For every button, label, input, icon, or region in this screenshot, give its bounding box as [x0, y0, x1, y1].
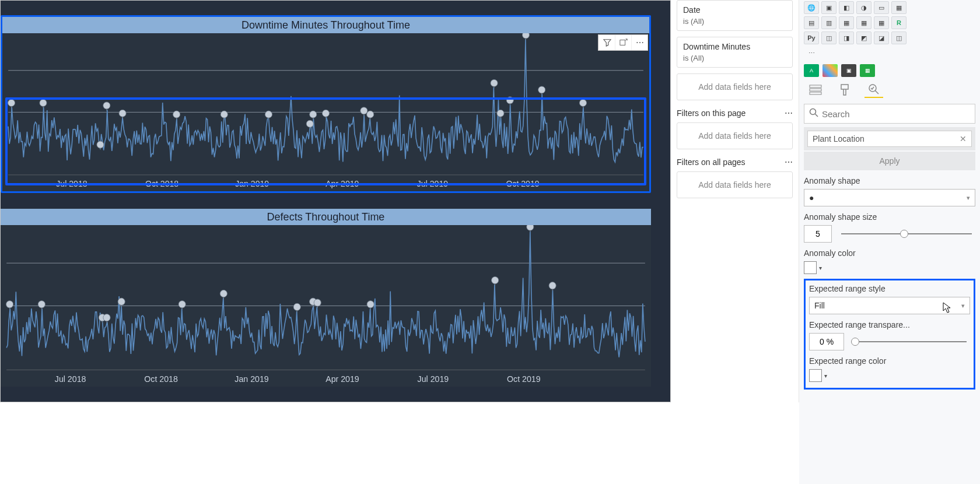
format-tab-icon[interactable] — [835, 82, 854, 98]
svg-point-16 — [491, 79, 498, 86]
filter-icon[interactable] — [598, 35, 615, 50]
anomaly-shape-select[interactable]: ● ▾ — [804, 189, 975, 206]
svg-rect-53 — [810, 89, 821, 91]
viz-slicer-icon[interactable]: ▥ — [821, 16, 836, 29]
svg-point-34 — [103, 314, 110, 321]
viz-table-icon[interactable]: ▦ — [839, 16, 854, 29]
svg-text:Oct 2019: Oct 2019 — [506, 179, 539, 188]
add-filter-visual[interactable]: Add data fields here — [677, 73, 793, 100]
viz-key-influencers-icon[interactable]: ◫ — [821, 31, 836, 44]
chevron-down-icon[interactable]: ▾ — [819, 265, 822, 271]
viz-decomp-tree-icon[interactable]: ◨ — [839, 31, 854, 44]
expected-transp-input[interactable]: 0 % — [809, 333, 844, 350]
viz-py-icon[interactable]: Py — [804, 31, 819, 44]
viz-kpi-icon[interactable]: ▤ — [804, 16, 819, 29]
viz-card-icon[interactable]: ▭ — [874, 1, 889, 14]
viz-matrix2-icon[interactable]: ▦ — [874, 16, 889, 29]
chart-body-defects[interactable]: Jul 2018Oct 2018Jan 2019Apr 2019Jul 2019… — [1, 225, 651, 387]
anomaly-color-label: Anomaly color — [804, 248, 975, 258]
viz-matrix-icon[interactable]: ▦ — [856, 16, 872, 29]
fields-tab-icon[interactable] — [806, 82, 825, 98]
filters-page-header: Filters on this page ⋯ — [677, 108, 793, 118]
viz-r-icon[interactable]: R — [891, 16, 907, 29]
filter-card-title: Downtime Minutes — [683, 42, 786, 51]
focus-mode-icon[interactable] — [615, 35, 631, 50]
anomaly-size-input[interactable]: 5 — [804, 225, 832, 243]
chart-title-downtime: Downtime Minutes Throughout Time — [2, 17, 649, 33]
filter-card-downtime[interactable]: Downtime Minutes is (All) — [677, 37, 793, 68]
add-filter-all[interactable]: Add data fields here — [677, 171, 793, 198]
viz-filled-map-icon[interactable]: ▣ — [821, 1, 836, 14]
viz-globe-icon[interactable]: 🌐 — [804, 1, 819, 14]
remove-field-icon[interactable]: ✕ — [960, 134, 967, 143]
svg-text:Jan 2019: Jan 2019 — [235, 374, 268, 384]
report-canvas[interactable]: Downtime Minutes Throughout Time ⋯ Jul 2… — [0, 0, 671, 402]
svg-point-32 — [38, 301, 45, 308]
svg-point-4 — [40, 99, 47, 106]
svg-point-43 — [527, 225, 534, 230]
viz-more-icon[interactable]: ⋯ — [804, 47, 819, 59]
viz-type-grid: 🌐 ▣ ◧ ◑ ▭ ▦ ▤ ▥ ▦ ▦ ▦ R Py ◫ ◨ ◩ ◪ ◫ ⋯ — [804, 0, 975, 63]
anomaly-size-slider[interactable] — [841, 233, 972, 234]
custom-viz-2[interactable] — [822, 64, 838, 77]
svg-point-9 — [220, 111, 228, 118]
more-options-icon[interactable]: ⋯ — [631, 35, 648, 50]
svg-point-41 — [367, 301, 374, 308]
add-filter-page[interactable]: Add data fields here — [677, 122, 793, 149]
expected-color-label: Expected range color — [809, 356, 970, 366]
visualizations-panel: 🌐 ▣ ◧ ◑ ▭ ▦ ▤ ▥ ▦ ▦ ▦ R Py ◫ ◨ ◩ ◪ ◫ ⋯ A… — [799, 0, 980, 484]
svg-rect-52 — [810, 85, 821, 87]
svg-text:Jul 2019: Jul 2019 — [417, 179, 449, 188]
viz-multi-card-icon[interactable]: ▦ — [891, 1, 907, 14]
expected-style-select[interactable]: Fill ▾ — [809, 297, 970, 314]
svg-point-19 — [522, 33, 529, 38]
viz-paginated-icon[interactable]: ◫ — [891, 31, 907, 44]
svg-point-8 — [173, 111, 180, 118]
search-input[interactable] — [822, 109, 970, 119]
svg-point-40 — [314, 299, 321, 306]
svg-point-38 — [293, 303, 300, 310]
explain-by-field-well[interactable]: Plant Location ✕ — [804, 127, 975, 150]
filter-card-sub: is (All) — [683, 17, 786, 26]
field-pill-plant-location[interactable]: Plant Location ✕ — [807, 131, 972, 147]
viz-gauge-icon[interactable]: ◑ — [856, 1, 872, 14]
svg-rect-0 — [620, 40, 625, 45]
svg-text:Oct 2018: Oct 2018 — [144, 374, 178, 384]
svg-text:Apr 2019: Apr 2019 — [326, 374, 359, 384]
expected-transp-slider[interactable] — [853, 341, 967, 342]
anomaly-size-label: Anomaly shape size — [804, 212, 975, 222]
more-icon[interactable]: ⋯ — [785, 157, 793, 167]
svg-point-15 — [367, 111, 374, 118]
filter-card-date[interactable]: Date is (All) — [677, 0, 793, 31]
viz-narrative-icon[interactable]: ◪ — [874, 31, 889, 44]
svg-point-12 — [306, 120, 313, 127]
svg-text:Jul 2018: Jul 2018 — [56, 179, 88, 188]
chart-downtime[interactable]: Downtime Minutes Throughout Time ⋯ Jul 2… — [1, 15, 651, 193]
custom-viz-3[interactable]: ▣ — [841, 64, 856, 77]
svg-point-36 — [178, 301, 186, 308]
expected-style-label: Expected range style — [809, 284, 970, 293]
anomaly-color-swatch[interactable] — [804, 261, 817, 274]
chart-defects[interactable]: Defects Throughout Time Jul 2018Oct 2018… — [1, 209, 651, 387]
svg-point-17 — [497, 110, 504, 117]
svg-point-10 — [265, 111, 272, 118]
svg-point-18 — [506, 97, 513, 104]
chart-body-downtime[interactable]: ⋯ Jul 2018Oct 2018Jan 2019Apr 2019Jul 20… — [2, 33, 649, 191]
more-icon[interactable]: ⋯ — [785, 108, 793, 118]
anomaly-shape-label: Anomaly shape — [804, 176, 975, 185]
svg-text:Oct 2018: Oct 2018 — [145, 179, 178, 188]
analytics-tab-icon[interactable] — [864, 82, 883, 98]
format-tabs — [804, 82, 975, 98]
svg-point-14 — [360, 107, 368, 114]
expected-transp-label: Expected range transpare... — [809, 320, 970, 329]
svg-point-37 — [220, 290, 227, 297]
expected-color-swatch[interactable] — [809, 369, 822, 382]
viz-shape-map-icon[interactable]: ◧ — [839, 1, 854, 14]
chevron-down-icon[interactable]: ▾ — [824, 373, 827, 379]
custom-viz-4[interactable]: ▦ — [860, 64, 875, 77]
format-search[interactable] — [804, 104, 975, 124]
svg-point-44 — [549, 282, 556, 289]
viz-qna-icon[interactable]: ◩ — [856, 31, 872, 44]
custom-viz-1[interactable]: A — [804, 64, 819, 77]
apply-button[interactable]: Apply — [804, 152, 975, 170]
